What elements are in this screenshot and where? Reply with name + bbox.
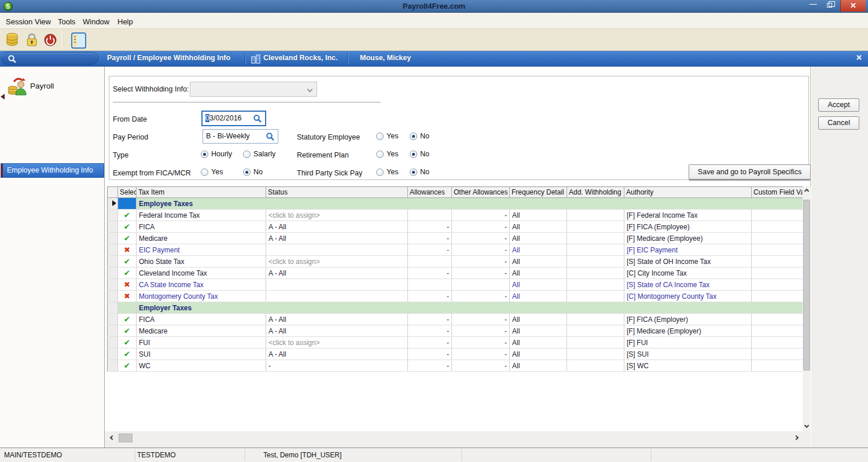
tab-employee[interactable]: Mouse, Mickey (360, 54, 411, 62)
cell-allowances[interactable]: - (408, 337, 452, 349)
vertical-scroll-thumb[interactable] (803, 200, 810, 371)
radio-option-no[interactable]: No (410, 168, 443, 176)
row-selector[interactable] (108, 244, 118, 256)
row-selector[interactable] (108, 349, 118, 360)
cell-allowances[interactable]: - (408, 314, 452, 325)
close-button[interactable]: ✕ (840, 0, 866, 12)
cell-select[interactable]: ✖ (118, 279, 137, 291)
cell-frequency-detail[interactable]: All (510, 210, 567, 221)
row-selector[interactable] (108, 314, 118, 325)
cell-other-allowances[interactable]: - (452, 221, 510, 233)
table-row[interactable]: ✔MedicareA - All--All[F] Medicare (Emplo… (108, 233, 803, 244)
cell-tax-item[interactable]: Medicare (137, 233, 266, 244)
horizontal-scroll-thumb[interactable] (119, 434, 133, 442)
menu-view[interactable]: View (32, 16, 53, 27)
cell-status[interactable]: <click to assign> (266, 256, 408, 267)
cell-allowances[interactable]: - (408, 233, 452, 244)
menu-tools[interactable]: Tools (56, 16, 78, 27)
cell-custom[interactable] (752, 221, 803, 233)
cell-custom[interactable] (752, 337, 803, 349)
cell-allowances[interactable]: - (408, 325, 452, 337)
cell-add-withholding[interactable] (567, 221, 624, 233)
header-add-withholding[interactable]: Add. Withholding (567, 187, 624, 198)
cell-add-withholding[interactable] (567, 325, 624, 337)
cell-select[interactable]: ✔ (118, 337, 137, 349)
header-select[interactable]: Select (118, 187, 137, 198)
scroll-right-icon[interactable] (794, 435, 799, 440)
row-selector[interactable] (108, 291, 118, 302)
cell-select[interactable]: ✔ (118, 314, 137, 325)
cell-add-withholding[interactable] (567, 267, 624, 279)
date-lookup-icon[interactable] (253, 114, 262, 123)
cell-other-allowances[interactable]: - (452, 244, 510, 256)
cell-allowances[interactable]: - (408, 360, 452, 372)
tab-company[interactable]: Cleveland Rocks, Inc. (263, 54, 338, 62)
cell-authority[interactable]: [S] State of OH Income Tax (624, 256, 752, 267)
cell-custom[interactable] (752, 360, 803, 372)
cell-authority[interactable]: [F] EIC Payment (624, 244, 752, 256)
cell-other-allowances[interactable]: - (452, 360, 510, 372)
menu-help[interactable]: Help (115, 16, 135, 27)
table-row[interactable]: ✔Federal Income Tax<click to assign>-All… (108, 210, 803, 221)
cell-select[interactable]: ✔ (118, 267, 137, 279)
cell-select[interactable]: ✖ (118, 291, 137, 302)
row-selector[interactable] (108, 302, 118, 314)
select-withholding-dropdown[interactable] (190, 82, 317, 97)
cell-select[interactable] (118, 198, 137, 210)
cell-frequency-detail[interactable]: All (510, 314, 567, 325)
pay-period-lookup-icon[interactable] (266, 132, 275, 141)
restore-button[interactable] (823, 0, 838, 12)
cell-authority[interactable]: [F] Medicare (Employer) (624, 325, 752, 337)
cell-frequency-detail[interactable]: All (510, 221, 567, 233)
radio-option-yes[interactable]: Yes (376, 150, 410, 158)
header-status[interactable]: Status (266, 187, 408, 198)
expand-arrow-icon[interactable] (1, 94, 5, 100)
panel-icon[interactable] (71, 32, 87, 48)
radio-option-yes[interactable]: Yes (201, 168, 243, 176)
cell-allowances[interactable]: - (408, 291, 452, 302)
cell-other-allowances[interactable]: - (452, 314, 510, 325)
row-selector[interactable] (108, 233, 118, 244)
cell-custom[interactable] (752, 279, 803, 291)
radio-option-no[interactable]: No (410, 132, 443, 140)
cell-tax-item[interactable]: WC (137, 360, 266, 372)
cell-frequency-detail[interactable]: All (510, 233, 567, 244)
cell-tax-item[interactable]: Montogomery County Tax (137, 291, 266, 302)
cell-custom[interactable] (752, 256, 803, 267)
cell-tax-item[interactable]: Federal Income Tax (137, 210, 266, 221)
cell-frequency-detail[interactable]: All (510, 279, 567, 291)
cell-select[interactable]: ✔ (118, 221, 137, 233)
vertical-scrollbar[interactable] (803, 186, 811, 431)
row-selector[interactable] (108, 256, 118, 267)
cell-other-allowances[interactable]: - (452, 233, 510, 244)
cell-authority[interactable]: [C] Montogomery County Tax (624, 291, 752, 302)
cell-status[interactable]: A - All (266, 325, 408, 337)
cell-tax-item[interactable]: Cleveland Income Tax (137, 267, 266, 279)
lock-icon[interactable] (24, 32, 41, 48)
sidebar-item-payroll[interactable]: Payroll (0, 72, 104, 99)
menu-session[interactable]: Session (3, 16, 35, 27)
cell-custom[interactable] (752, 291, 803, 302)
group-row[interactable]: Employee Taxes (108, 198, 803, 210)
cell-tax-item[interactable]: Medicare (137, 325, 266, 337)
table-row[interactable]: ✔FICAA - All--All[F] FICA (Employee) (108, 221, 803, 233)
cell-status[interactable]: A - All (266, 267, 408, 279)
cell-add-withholding[interactable] (567, 210, 624, 221)
scroll-up-icon[interactable] (804, 189, 809, 193)
cell-authority[interactable]: [S] WC (624, 360, 752, 372)
cell-frequency-detail[interactable]: All (510, 256, 567, 267)
pay-period-input[interactable]: B - Bi-Weekly (203, 129, 278, 144)
cell-frequency-detail[interactable]: All (510, 360, 567, 372)
cell-other-allowances[interactable]: - (452, 291, 510, 302)
cell-select[interactable]: ✖ (118, 244, 137, 256)
cell-authority[interactable]: [F] FICA (Employer) (624, 314, 752, 325)
cell-tax-item[interactable]: FUI (137, 337, 266, 349)
cell-status[interactable]: A - All (266, 314, 408, 325)
cell-authority[interactable]: [F] Federal Income Tax (624, 210, 752, 221)
table-row[interactable]: ✖EIC Payment--All[F] EIC Payment (108, 244, 803, 256)
radio-option-no[interactable]: No (410, 150, 443, 158)
scroll-left-icon[interactable] (110, 435, 115, 440)
table-row[interactable]: ✔MedicareA - All--All[F] Medicare (Emplo… (108, 325, 803, 337)
cell-add-withholding[interactable] (567, 233, 624, 244)
cell-tax-item[interactable]: EIC Payment (137, 244, 266, 256)
